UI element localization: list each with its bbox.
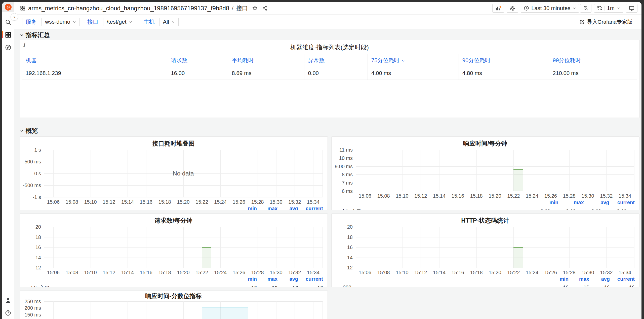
grid-line-vertical — [258, 301, 258, 319]
panel-title[interactable]: 请求数/每分钟 — [23, 216, 324, 226]
legend-stat-header[interactable]: min — [244, 276, 257, 282]
series-area — [202, 247, 211, 268]
panel-legend: minmaxavgcurrent20016161616 — [335, 276, 636, 287]
filter-label[interactable]: 接口 — [84, 18, 102, 26]
y-axis-label: 16 — [23, 244, 41, 250]
filter-value-dropdown[interactable]: /test/get — [103, 18, 136, 26]
section-header-summary[interactable]: 指标汇总 — [20, 31, 639, 39]
plot-area[interactable]: 201816141215:0615:0815:1015:1215:1415:16… — [356, 227, 634, 268]
legend-stat-header[interactable]: current — [306, 276, 323, 282]
legend-stat-header[interactable]: avg — [285, 206, 298, 210]
x-axis-label: 15:28 — [251, 199, 264, 205]
compass-icon[interactable] — [4, 43, 13, 52]
legend-stat-value: 16 — [555, 285, 569, 287]
plot-right-edge — [323, 150, 323, 197]
table-column-header[interactable]: 75分位耗时 — [368, 54, 459, 67]
expand-menu-chevron-icon[interactable]: › — [11, 13, 18, 21]
x-axis-label: 15:06 — [47, 199, 60, 205]
panel-title[interactable]: 响应时间/每分钟 — [335, 139, 636, 149]
legend-stat-header[interactable]: avg — [285, 276, 298, 282]
share-icon[interactable] — [262, 5, 268, 11]
filter-value-dropdown[interactable]: wss-demo — [42, 18, 80, 26]
x-axis-label: 15:12 — [414, 193, 427, 199]
panel-info-icon[interactable]: i — [23, 42, 25, 48]
kiosk-mode-button[interactable] — [626, 4, 637, 13]
add-panel-button[interactable] — [492, 4, 504, 13]
time-range-picker[interactable]: Last 30 minutes — [521, 4, 579, 13]
table-column-header[interactable]: 异常数 — [304, 54, 368, 67]
table-column-header[interactable]: 平均耗时 — [228, 54, 304, 67]
x-axis-label: 15:08 — [377, 193, 390, 199]
table-row[interactable]: 192.168.1.23916.008.69 ms0.004.00 ms4.80… — [22, 67, 637, 80]
y-axis-label: 18 — [23, 234, 41, 240]
legend-series-label[interactable]: 200 — [337, 285, 548, 287]
time-range-label: Last 30 minutes — [531, 5, 570, 12]
legend-stat-header[interactable]: current — [617, 276, 635, 282]
table-panel-title[interactable]: 机器维度-指标列表(选定时段) — [20, 40, 639, 51]
plot-right-edge — [323, 227, 323, 268]
grid-line-vertical — [606, 150, 607, 191]
panel-title[interactable]: HTTP-状态码统计 — [335, 216, 636, 226]
grid-line-horizontal — [356, 191, 634, 191]
filter-value-dropdown[interactable]: All — [159, 18, 179, 26]
legend-stat-header[interactable]: avg — [597, 276, 610, 282]
plot-area[interactable]: 201816141215:0615:0815:1015:1215:1415:16… — [44, 227, 323, 268]
plot-area[interactable]: 250 ms200 ms150 ms100 ms50 ms0 ms15:0615… — [44, 301, 323, 319]
grid-line-vertical — [402, 150, 403, 191]
star-icon[interactable] — [252, 5, 258, 11]
section-header-overview[interactable]: 概览 — [20, 127, 639, 134]
legend-series-label[interactable]: http入口 — [337, 208, 533, 210]
dashboard-settings-button[interactable] — [507, 4, 518, 13]
legend-stat-header[interactable]: max — [576, 276, 589, 282]
plot-area[interactable]: 1 s500 ms0 s-500 ms-1 s15:0615:0815:1015… — [44, 150, 323, 197]
grid-line-vertical — [384, 227, 384, 268]
legend-stat-header[interactable]: max — [264, 206, 277, 210]
table-column-header-label: 请求数 — [171, 57, 187, 63]
table-column-header[interactable]: 请求数 — [167, 54, 228, 67]
x-axis-label: 15:26 — [544, 270, 557, 275]
apps-grid-icon[interactable] — [20, 5, 26, 11]
y-axis-label: 1 s — [23, 147, 41, 153]
breadcrumb-page[interactable]: 接口 — [236, 4, 248, 12]
grid-line-vertical — [384, 150, 384, 191]
legend-stat-header[interactable]: max — [566, 200, 584, 205]
y-axis-label: 6 ms — [335, 188, 353, 194]
legend-stat-header[interactable]: current — [617, 200, 635, 205]
import-grafana-button[interactable]: 导入Grafana专家版 — [576, 18, 636, 26]
panel-title[interactable]: 响应时间-分数位指标 — [23, 293, 324, 300]
legend-stat-header[interactable]: min — [555, 276, 569, 282]
legend-stat-header[interactable]: current — [306, 206, 323, 210]
filter-label[interactable]: 服务 — [22, 18, 40, 26]
help-icon[interactable] — [4, 308, 13, 317]
x-axis-label: 15:08 — [377, 270, 390, 275]
legend-stat-header[interactable]: min — [244, 206, 257, 210]
x-axis-label: 15:34 — [307, 199, 319, 205]
table-column-header[interactable]: 90分位耗时 — [459, 54, 549, 67]
zoom-out-button[interactable] — [580, 4, 591, 13]
panel-legend: minmaxavgcurrent — [23, 206, 324, 210]
x-axis-label: 15:28 — [563, 193, 576, 199]
panel-title[interactable]: 接口耗时堆叠图 — [23, 139, 324, 149]
table-column-header-label: 机器 — [26, 57, 37, 63]
user-icon[interactable] — [4, 296, 13, 305]
legend-stat-header[interactable]: max — [264, 276, 277, 282]
plot-area[interactable]: 11 ms10 ms9.00 ms8 ms7 ms6 ms15:0615:081… — [356, 150, 634, 191]
grid-line-vertical — [146, 301, 146, 319]
x-axis-label: 15:16 — [452, 270, 464, 275]
x-axis-label: 15:32 — [288, 199, 301, 205]
logo-icon[interactable] — [5, 4, 12, 11]
legend-stat-header[interactable]: avg — [591, 200, 609, 205]
grid-line-vertical — [295, 227, 295, 268]
grid-line-vertical — [569, 227, 570, 268]
dashboards-icon[interactable] — [4, 30, 13, 39]
legend-series-label[interactable]: http入口 — [25, 285, 236, 287]
filter-label[interactable]: 主机 — [140, 18, 158, 26]
refresh-interval-button[interactable]: 1m — [594, 4, 623, 13]
x-axis-label: 15:06 — [47, 270, 60, 275]
legend-stat-header[interactable]: min — [540, 200, 558, 205]
y-axis-label: -1 s — [23, 194, 41, 200]
x-axis-label: 15:10 — [396, 270, 408, 275]
table-column-header[interactable]: 99分位耗时 — [549, 54, 637, 67]
table-column-header[interactable]: 机器 — [22, 54, 167, 67]
dashboard-title[interactable]: arms_metrics_cn-hangzhou_cloud_hangzhou_… — [28, 5, 229, 12]
